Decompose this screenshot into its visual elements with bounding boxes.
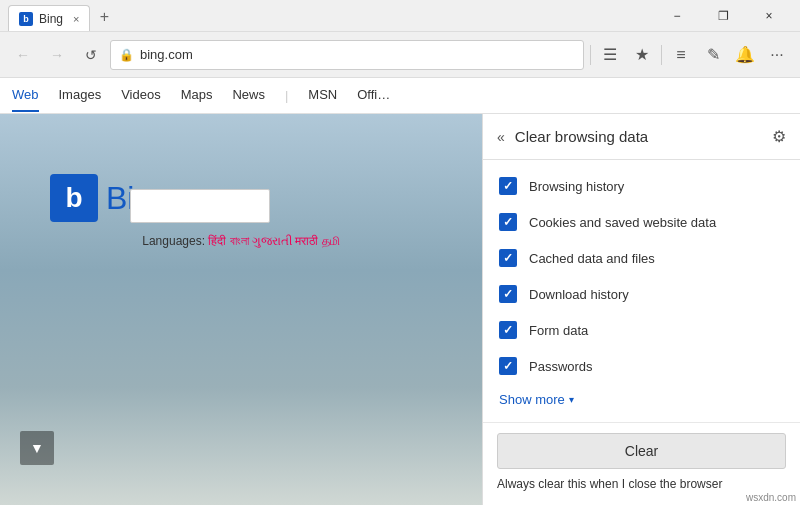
show-more-chevron-icon: ▾ (569, 394, 574, 405)
show-more-button[interactable]: Show more ▾ (483, 384, 800, 415)
address-text: bing.com (140, 47, 575, 62)
tab-close-button[interactable]: × (73, 13, 79, 25)
forward-button[interactable]: → (42, 40, 72, 70)
panel-settings-button[interactable]: ⚙ (772, 127, 786, 146)
checkbox-download-history-input[interactable]: ✓ (499, 285, 517, 303)
panel-title: Clear browsing data (515, 128, 762, 145)
checkbox-cached-data-input[interactable]: ✓ (499, 249, 517, 267)
new-tab-button[interactable]: + (90, 3, 118, 31)
main-area: b Bing Languages: हिंदी বাংলা ગુજરાતી मर… (0, 114, 800, 505)
bing-nav-images[interactable]: Images (59, 79, 102, 112)
panel-header: « Clear browsing data ⚙ (483, 114, 800, 160)
toolbar-divider-2 (661, 45, 662, 65)
notes-button[interactable]: ✎ (698, 40, 728, 70)
checkbox-form-data[interactable]: ✓ Form data (483, 312, 800, 348)
lang-hindi[interactable]: हिंदी (208, 234, 226, 248)
scroll-down-button[interactable]: ▼ (20, 431, 54, 465)
bing-nav-maps[interactable]: Maps (181, 79, 213, 112)
bing-logo-icon: b (50, 174, 98, 222)
lang-bengali[interactable]: বাংলা (230, 234, 249, 248)
clear-browsing-panel: « Clear browsing data ⚙ ✓ Browsing histo… (482, 114, 800, 505)
show-more-label: Show more (499, 392, 565, 407)
browser-tab[interactable]: b Bing × (8, 5, 90, 31)
tab-label: Bing (39, 12, 63, 26)
bing-nav-web[interactable]: Web (12, 79, 39, 112)
panel-back-icon[interactable]: « (497, 129, 505, 145)
checkbox-form-data-input[interactable]: ✓ (499, 321, 517, 339)
checkbox-browsing-history-label: Browsing history (529, 179, 624, 194)
lock-icon: 🔒 (119, 48, 134, 62)
notifications-button[interactable]: 🔔 (730, 40, 760, 70)
lang-marathi[interactable]: मराठी (295, 234, 318, 248)
hub-button[interactable]: ≡ (666, 40, 696, 70)
checkbox-browsing-history[interactable]: ✓ Browsing history (483, 168, 800, 204)
title-bar-controls: − ❐ × (654, 0, 792, 32)
toolbar-divider-1 (590, 45, 591, 65)
close-button[interactable]: × (746, 0, 792, 32)
toolbar-right: ☰ ★ ≡ ✎ 🔔 ··· (588, 40, 792, 70)
checkbox-cached-data[interactable]: ✓ Cached data and files (483, 240, 800, 276)
clear-button[interactable]: Clear (497, 433, 786, 469)
watermark: wsxdn.com (746, 492, 796, 503)
checkbox-passwords-label: Passwords (529, 359, 593, 374)
minimize-button[interactable]: − (654, 0, 700, 32)
tab-area: b Bing × + (8, 0, 654, 31)
tab-favicon: b (19, 12, 33, 26)
bing-nav-office[interactable]: Offi… (357, 79, 390, 112)
lang-tamil[interactable]: தமி (322, 234, 340, 248)
checkbox-cookies-label: Cookies and saved website data (529, 215, 716, 230)
languages-label: Languages: (142, 234, 205, 248)
checkbox-cookies[interactable]: ✓ Cookies and saved website data (483, 204, 800, 240)
checkbox-form-data-label: Form data (529, 323, 588, 338)
bing-nav-msn[interactable]: MSN (308, 79, 337, 112)
bing-languages: Languages: हिंदी বাংলা ગુજરાતી मराठी தமி (0, 234, 482, 248)
bing-nav-separator: | (285, 88, 288, 103)
address-bar: ← → ↺ 🔒 bing.com ☰ ★ ≡ ✎ 🔔 ··· (0, 32, 800, 78)
panel-content: ✓ Browsing history ✓ Cookies and saved w… (483, 160, 800, 422)
bing-search-box[interactable] (130, 189, 270, 223)
always-clear-label: Always clear this when I close the brows… (497, 469, 786, 495)
more-button[interactable]: ··· (762, 40, 792, 70)
refresh-button[interactable]: ↺ (76, 40, 106, 70)
back-button[interactable]: ← (8, 40, 38, 70)
checkbox-cached-data-label: Cached data and files (529, 251, 655, 266)
checkbox-browsing-history-input[interactable]: ✓ (499, 177, 517, 195)
bing-content: b Bing Languages: हिंदी বাংলা ગુજરાતી मर… (0, 114, 482, 505)
checkbox-passwords-input[interactable]: ✓ (499, 357, 517, 375)
address-field[interactable]: 🔒 bing.com (110, 40, 584, 70)
checkbox-cookies-input[interactable]: ✓ (499, 213, 517, 231)
restore-button[interactable]: ❐ (700, 0, 746, 32)
bing-nav-bar: Web Images Videos Maps News | MSN Offi… (0, 78, 800, 114)
favorites-button[interactable]: ★ (627, 40, 657, 70)
reading-list-button[interactable]: ☰ (595, 40, 625, 70)
lang-gujarati[interactable]: ગુજરાતી (252, 234, 292, 248)
title-bar: b Bing × + − ❐ × (0, 0, 800, 32)
bing-nav-videos[interactable]: Videos (121, 79, 161, 112)
bing-nav-news[interactable]: News (232, 79, 265, 112)
checkbox-download-history[interactable]: ✓ Download history (483, 276, 800, 312)
checkbox-download-history-label: Download history (529, 287, 629, 302)
checkbox-passwords[interactable]: ✓ Passwords (483, 348, 800, 384)
